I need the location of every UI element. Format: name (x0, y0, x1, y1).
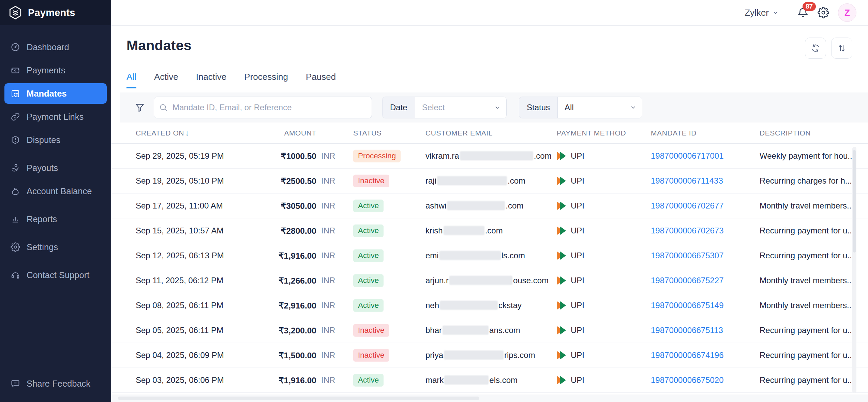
mandate-id-link[interactable]: 1987000006675307 (651, 251, 724, 260)
tab-inactive[interactable]: Inactive (196, 72, 227, 88)
cell-status: Inactive (353, 324, 389, 337)
tab-processing[interactable]: Processing (244, 72, 288, 88)
sidebar-item-contact-support[interactable]: Contact Support (4, 265, 107, 285)
cell-amount: ₹2,916.00 (258, 301, 316, 311)
date-filter-label: Date (383, 97, 415, 118)
status-badge: Inactive (353, 324, 389, 337)
column-header-status[interactable]: STATUS (353, 129, 381, 137)
mandates-icon (11, 89, 20, 98)
settings-button[interactable] (818, 7, 829, 18)
sidebar-item-reports[interactable]: Reports (4, 209, 107, 229)
org-name: Zylker (745, 8, 769, 18)
cell-description: Weekly payment for hou... (760, 151, 866, 161)
cell-amount: ₹1,500.00 (258, 350, 316, 360)
upi-logo-icon (557, 326, 567, 335)
status-filter-select[interactable]: Status All (519, 97, 642, 118)
tab-paused[interactable]: Paused (306, 72, 336, 88)
cell-customer-email: nehckstay (425, 301, 522, 310)
status-badge: Processing (353, 150, 401, 162)
status-tabs: All Active Inactive Processing Paused (126, 72, 852, 88)
filter-funnel-button[interactable] (135, 102, 145, 113)
vertical-scrollbar-thumb[interactable] (853, 150, 856, 253)
mandate-id-link[interactable]: 1987000006675113 (651, 326, 723, 335)
page-actions (805, 38, 852, 59)
table-row[interactable]: Sep 05, 2025, 06:11 PM ₹3,200.00 INR Ina… (111, 318, 868, 343)
sidebar-item-disputes[interactable]: Disputes (4, 130, 107, 150)
column-header-created-on[interactable]: CREATED ON↓ (136, 129, 189, 138)
mandate-id-link[interactable]: 1987000006674196 (651, 350, 724, 360)
table-row[interactable]: Sep 08, 2025, 06:11 PM ₹2,916.00 INR Act… (111, 293, 868, 318)
org-switcher[interactable]: Zylker (745, 8, 779, 18)
sidebar-item-account-balance[interactable]: Account Balance (4, 181, 107, 201)
table-row[interactable]: Sep 03, 2025, 06:06 PM ₹1,916.00 INR Act… (111, 368, 868, 393)
search-input[interactable] (173, 103, 367, 112)
topbar-divider (788, 6, 788, 19)
status-badge: Inactive (353, 349, 389, 362)
cell-status: Active (353, 374, 384, 387)
cell-amount: ₹2500.50 (258, 176, 316, 186)
cell-amount: ₹3,200.00 (258, 326, 316, 335)
status-badge: Active (353, 274, 384, 287)
sidebar-item-share-feedback[interactable]: Share Feedback (4, 373, 107, 394)
sidebar-item-mandates[interactable]: Mandates (4, 83, 107, 104)
status-filter-label: Status (519, 97, 558, 118)
refresh-button[interactable] (805, 38, 826, 59)
table-row[interactable]: Sep 17, 2025, 11:00 AM ₹3050.00 INR Acti… (111, 193, 868, 218)
table-row[interactable]: Sep 11, 2025, 06:12 PM ₹1,266.00 INR Act… (111, 268, 868, 293)
sort-button[interactable] (831, 38, 852, 59)
cell-payment-method: UPI (557, 201, 584, 211)
cell-customer-email: arjun.rouse.com (425, 276, 549, 285)
column-header-description[interactable]: DESCRIPTION (760, 129, 866, 137)
sidebar-item-settings[interactable]: Settings (4, 237, 107, 257)
funnel-icon (135, 102, 145, 113)
mandate-id-link[interactable]: 1987000006675020 (651, 375, 724, 385)
mandate-id-link[interactable]: 1987000006711433 (651, 176, 723, 186)
notifications-button[interactable]: 87 (797, 7, 809, 18)
sidebar-item-payments[interactable]: Payments (4, 60, 107, 81)
gear-icon (818, 7, 829, 18)
table-row[interactable]: Sep 04, 2025, 06:09 PM ₹1,500.00 INR Ina… (111, 343, 868, 368)
table-row[interactable]: Sep 15, 2025, 10:57 AM ₹2800.00 INR Acti… (111, 218, 868, 243)
dashboard-icon (11, 42, 20, 52)
column-header-payment-method[interactable]: PAYMENT METHOD (557, 129, 626, 137)
cell-description: Recurring payment for u... (760, 375, 866, 385)
column-header-customer-email[interactable]: CUSTOMER EMAIL (425, 129, 493, 137)
avatar[interactable]: Z (838, 3, 856, 22)
tab-all[interactable]: All (126, 72, 136, 88)
sidebar-item-payment-links[interactable]: Payment Links (4, 106, 107, 127)
vertical-scrollbar[interactable] (852, 147, 856, 393)
mandate-id-link[interactable]: 1987000006675149 (651, 301, 724, 310)
column-header-mandate-id[interactable]: MANDATE ID (651, 129, 697, 137)
cell-customer-email: markels.com (425, 375, 518, 385)
sidebar-item-label: Share Feedback (27, 379, 90, 389)
table-row[interactable]: Sep 29, 2025, 05:19 PM ₹1000.50 INR Proc… (111, 144, 868, 169)
horizontal-scrollbar-thumb[interactable] (118, 397, 479, 400)
mandate-id-link[interactable]: 1987000006717001 (651, 151, 724, 161)
horizontal-scrollbar[interactable] (111, 394, 868, 402)
cell-customer-email: priyarips.com (425, 350, 535, 360)
table-row[interactable]: Sep 19, 2025, 05:10 PM ₹2500.50 INR Inac… (111, 169, 868, 193)
date-filter-select[interactable]: Date Select (382, 97, 507, 118)
sidebar-item-label: Settings (27, 242, 58, 252)
app-window: Payments Dashboard Payments Mandates Pay… (0, 0, 868, 402)
mandate-id-link[interactable]: 1987000006702673 (651, 226, 724, 235)
cell-created-on: Sep 19, 2025, 05:10 PM (136, 176, 224, 186)
upi-logo-icon (557, 226, 567, 235)
tab-active[interactable]: Active (154, 72, 178, 88)
upi-logo-icon (557, 276, 567, 285)
sidebar-item-label: Disputes (27, 135, 60, 145)
cell-currency: INR (321, 226, 335, 235)
search-box (154, 97, 372, 118)
cell-amount: ₹1,916.00 (258, 375, 316, 385)
redacted-email-segment (460, 151, 533, 160)
cell-amount: ₹1000.50 (258, 151, 316, 161)
sidebar-item-dashboard[interactable]: Dashboard (4, 37, 107, 57)
cell-currency: INR (321, 326, 335, 335)
sidebar-item-payouts[interactable]: Payouts (4, 158, 107, 178)
column-header-amount[interactable]: AMOUNT (258, 129, 316, 137)
redacted-email-segment (444, 350, 504, 360)
link-icon (11, 112, 20, 121)
mandate-id-link[interactable]: 1987000006675227 (651, 276, 724, 285)
table-row[interactable]: Sep 12, 2025, 06:13 PM ₹1,916.00 INR Act… (111, 243, 868, 268)
mandate-id-link[interactable]: 1987000006702677 (651, 201, 724, 211)
